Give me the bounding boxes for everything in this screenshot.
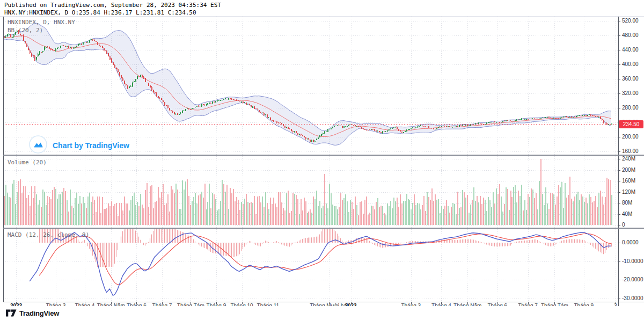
axis-tick-label: 400.00 [622,61,639,67]
macd-signal-line [39,234,611,285]
bollinger-legend: BB (20, 2) [8,27,43,34]
footer-brand[interactable]: TradingView [19,309,59,317]
axis-tick-label: 240M [622,156,635,162]
axis-tick-label: -30.0000 [622,295,643,301]
axis-tick-label: 320.00 [622,90,639,96]
axis-tick-label: 520.00 [622,18,639,24]
symbol-legend: HNXINDEX, D, HNX.NY [8,19,75,26]
axis-tick-label: 440.00 [622,47,639,53]
bollinger-band [4,23,611,145]
attribution-label: Chart by TradingView [53,141,129,150]
axis-tick-label: 480.00 [622,32,639,38]
chart-attribution-link[interactable]: Chart by TradingView [29,136,129,155]
axis-tick-label: 360.00 [622,76,639,82]
axis-tick-label: 40M [622,211,632,217]
axis-tick-label: 200M [622,167,635,173]
axis-tick-label: -10.0000 [622,258,643,264]
axis-tick-label: 80M [622,200,632,206]
axis-tick-label: 0.0000 [622,239,639,245]
chart-canvas[interactable] [0,0,644,320]
macd-legend: MACD (12, 26, close, 9) [8,231,89,238]
axis-tick-label: 120M [622,189,635,195]
current-price-badge: 234.50 [619,120,643,128]
tradingview-cloud-icon [29,135,47,156]
axis-tick-label: 160M [622,178,635,184]
tradingview-published-chart: Published on TradingView.com, September … [0,0,644,320]
macd-line [30,232,611,296]
axis-tick-label: 160.00 [622,148,639,154]
axis-tick-label: 280.00 [622,105,639,111]
macd-pane [30,228,611,295]
volume-series [4,159,612,225]
axis-tick-label: 0 [622,222,625,228]
tradingview-logo-icon[interactable] [5,308,17,318]
axis-tick-label: 200.00 [622,134,639,140]
footer: TradingView [0,306,644,320]
frame [0,16,644,306]
volume-legend: Volume (20) [8,159,47,166]
axis-tick-label: -20.0000 [622,277,643,282]
